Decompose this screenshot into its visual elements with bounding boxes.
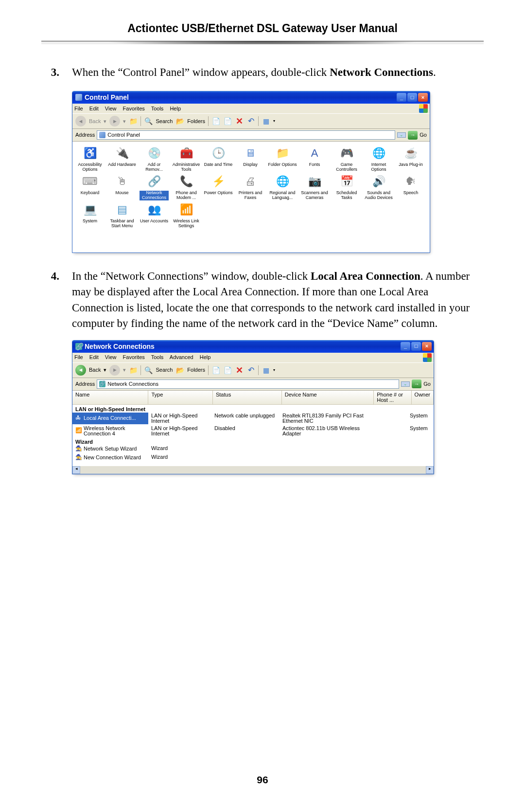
nc-columns[interactable]: Name Type Status Device Name Phone # or …	[72, 391, 434, 405]
back-button[interactable]: ◄	[75, 365, 86, 376]
cp-item-wireless-link-settings[interactable]: 📶Wireless Link Settings	[172, 202, 201, 229]
menu-help[interactable]: Help	[170, 106, 181, 111]
cp-item-regional-and-languag-[interactable]: 🌐Regional and Languag...	[268, 174, 297, 200]
cp-item-taskbar-and-start-menu[interactable]: ▤Taskbar and Start Menu	[107, 202, 137, 229]
undo-icon[interactable]: ↶	[246, 366, 255, 375]
go-button[interactable]: →	[412, 379, 421, 388]
cp-item-scheduled-tasks[interactable]: 📅Scheduled Tasks	[332, 174, 361, 200]
menu-edit[interactable]: Edit	[89, 354, 99, 360]
cp-address-icon	[99, 132, 105, 138]
cp-item-system[interactable]: 💻System	[75, 202, 105, 229]
cp-item-administrative-tools[interactable]: 🧰Administrative Tools	[172, 145, 201, 172]
cp-item-speech[interactable]: 🗣Speech	[396, 174, 425, 200]
back-button[interactable]: ◄	[75, 116, 86, 126]
cp-item-network-connections[interactable]: 🔗Network Connections	[140, 174, 169, 200]
nc-address-icon: 🔗	[99, 381, 105, 387]
address-dropdown[interactable]: ⌄	[397, 132, 406, 138]
nc-row-local-area-connecti-[interactable]: 🖧Local Area Connecti...LAN or High-Speed…	[72, 412, 434, 425]
page-number: 96	[0, 774, 525, 786]
menu-advanced[interactable]: Advanced	[170, 354, 193, 360]
cp-item-label: Keyboard	[75, 191, 105, 196]
cp-item-add-hardware[interactable]: 🔌Add Hardware	[107, 145, 137, 172]
scroll-left-button[interactable]: ◂	[72, 466, 80, 474]
folders-icon[interactable]: 📂	[175, 117, 184, 126]
cp-titlebar[interactable]: Control Panel _ □ ×	[72, 91, 430, 104]
nc-address-field[interactable]: 🔗 Network Connections	[97, 379, 399, 389]
up-button[interactable]: 📁	[129, 366, 138, 375]
search-icon[interactable]: 🔍	[144, 366, 153, 375]
cp-item-printers-and-faxes[interactable]: 🖨Printers and Faxes	[236, 174, 265, 200]
menu-edit[interactable]: Edit	[89, 106, 99, 111]
up-button[interactable]: 📁	[129, 117, 138, 126]
menu-favorites[interactable]: Favorites	[123, 354, 145, 360]
nc-row-wireless-network-connection-4[interactable]: 📶Wireless Network Connection 4LAN or Hig…	[72, 425, 434, 437]
minimize-button[interactable]: _	[401, 342, 410, 351]
step3-number: 3.	[49, 65, 59, 80]
cp-item-user-accounts[interactable]: 👥User Accounts	[140, 202, 169, 229]
maximize-button[interactable]: □	[407, 93, 417, 102]
menu-favorites[interactable]: Favorites	[123, 106, 145, 111]
cp-toolbar: ◄ Back ▾ ► ▾ 📁 🔍Search 📂Folders 📄 📄 ✕ ↶ …	[72, 113, 430, 129]
nc-row-new-connection-wizard[interactable]: 🧙New Connection WizardWizard	[72, 453, 434, 462]
nc-titlebar[interactable]: 🔗 Network Connections _ □ ×	[72, 341, 434, 353]
close-button[interactable]: ×	[422, 342, 432, 351]
cp-item-label: Display	[236, 162, 265, 167]
delete-icon[interactable]: ✕	[235, 366, 244, 375]
move-icon[interactable]: 📄	[211, 117, 220, 126]
search-icon[interactable]: 🔍	[144, 117, 153, 126]
views-icon[interactable]: ▦	[262, 366, 270, 375]
menu-view[interactable]: View	[105, 354, 117, 360]
menu-tools[interactable]: Tools	[151, 354, 164, 360]
close-button[interactable]: ×	[418, 93, 428, 102]
copy-icon[interactable]: 📄	[223, 366, 232, 375]
cp-item-sounds-and-audio-devices[interactable]: 🔊Sounds and Audio Devices	[364, 174, 393, 200]
copy-icon[interactable]: 📄	[223, 117, 232, 126]
cp-address-field[interactable]: Control Panel	[97, 130, 395, 140]
conn-owner	[407, 445, 434, 453]
delete-icon[interactable]: ✕	[235, 117, 244, 126]
cp-item-keyboard[interactable]: ⌨Keyboard	[75, 174, 105, 200]
conn-type: Wizard	[148, 454, 211, 462]
move-icon[interactable]: 📄	[211, 366, 220, 375]
cp-item-scanners-and-cameras[interactable]: 📷Scanners and Cameras	[300, 174, 329, 200]
nc-row-network-setup-wizard[interactable]: 🧙Network Setup WizardWizard	[72, 445, 434, 453]
conn-name: Network Setup Wizard	[84, 446, 137, 451]
cp-item-icon: 👥	[146, 202, 162, 217]
cp-item-fonts[interactable]: AFonts	[300, 145, 329, 172]
cp-item-mouse[interactable]: 🖱Mouse	[107, 174, 137, 200]
cp-item-date-and-time[interactable]: 🕒Date and Time	[204, 145, 233, 172]
cp-item-accessibility-options[interactable]: ♿Accessibility Options	[75, 145, 105, 172]
folders-icon[interactable]: 📂	[175, 366, 184, 375]
menu-help[interactable]: Help	[200, 354, 211, 360]
cp-item-icon: 🖥	[243, 145, 258, 161]
nc-window-icon: 🔗	[75, 343, 82, 350]
cp-item-internet-options[interactable]: 🌐Internet Options	[364, 145, 393, 172]
menu-tools[interactable]: Tools	[151, 106, 164, 111]
maximize-button[interactable]: □	[411, 342, 421, 351]
minimize-button[interactable]: _	[397, 93, 406, 102]
cp-item-display[interactable]: 🖥Display	[236, 145, 265, 172]
cp-item-phone-and-modem-[interactable]: 📞Phone and Modem ...	[172, 174, 201, 200]
views-icon[interactable]: ▦	[262, 117, 270, 126]
cp-item-add-or-remov-[interactable]: 💿Add or Remov...	[140, 145, 169, 172]
forward-button[interactable]: ►	[109, 116, 120, 126]
cp-item-label: Scanners and Cameras	[300, 191, 329, 200]
cp-item-folder-options[interactable]: 📁Folder Options	[268, 145, 297, 172]
menu-file[interactable]: File	[74, 106, 83, 111]
go-button[interactable]: →	[408, 131, 418, 140]
nc-hscroll[interactable]: ◂ ▸	[72, 466, 434, 474]
cp-addressbar: Address Control Panel ⌄ → Go	[72, 129, 430, 142]
undo-icon[interactable]: ↶	[246, 117, 255, 126]
cp-item-icon: 🌐	[371, 145, 386, 161]
cp-item-label: Wireless Link Settings	[172, 219, 201, 229]
menu-file[interactable]: File	[74, 354, 83, 360]
address-dropdown[interactable]: ⌄	[401, 381, 410, 387]
conn-phone	[373, 425, 407, 437]
cp-item-power-options[interactable]: ⚡Power Options	[204, 174, 233, 200]
conn-status	[211, 454, 280, 462]
scroll-right-button[interactable]: ▸	[426, 466, 434, 474]
menu-view[interactable]: View	[105, 106, 117, 111]
forward-button[interactable]: ►	[109, 365, 120, 376]
cp-item-java-plug-in[interactable]: ☕Java Plug-in	[396, 145, 425, 172]
cp-item-game-controllers[interactable]: 🎮Game Controllers	[332, 145, 361, 172]
